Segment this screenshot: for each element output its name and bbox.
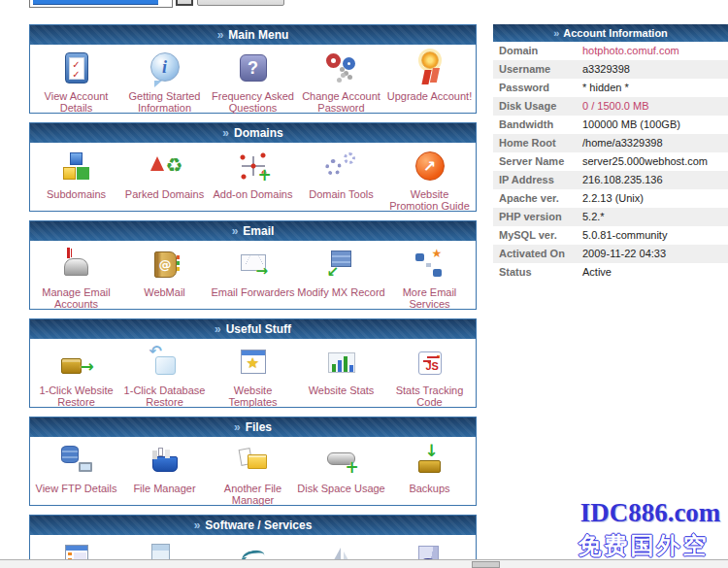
selected-text-highlight (33, 0, 158, 5)
info-bubble-icon (146, 50, 184, 88)
menu-item-webmail[interactable]: WebMail (120, 246, 209, 303)
row-value: 2.2.13 (Unix) (582, 189, 728, 208)
row-value: 5.2.* (582, 208, 728, 226)
menu-item-website-stats[interactable]: Website Stats (297, 344, 385, 401)
section-header: »Main Menu (30, 25, 476, 45)
menu-item-disk-space-usage[interactable]: Disk Space Usage (297, 442, 385, 499)
menu-item-upgrade-account[interactable]: Upgrade Account! (385, 50, 474, 107)
menu-item-website-restore[interactable]: 1-Click Website Restore (32, 344, 120, 401)
menu-item-website-templates[interactable]: Website Templates (209, 344, 297, 401)
row-value: server25.000webhost.com (582, 152, 728, 171)
menu-item-label: WebMail (120, 286, 209, 298)
account-information-panel: »Account Information Domainhotphoto.comu… (493, 24, 728, 282)
row-value: /home/a3329398 (582, 134, 728, 152)
section-email: »Email Manage Email Accounts WebMail Ema… (29, 220, 477, 310)
account-row: Activated On2009-11-22 04:33 (493, 245, 728, 263)
menu-item-label: Modify MX Record (297, 286, 385, 298)
menu-item-label: Manage Email Accounts (32, 286, 120, 310)
menu-item-label: Disk Space Usage (297, 483, 385, 494)
create-new-button[interactable]: Create New (197, 0, 284, 6)
award-ribbon-icon (411, 50, 449, 88)
menu-item-addon-domains[interactable]: Add-on Domains (209, 148, 297, 205)
section-title: Software / Services (205, 518, 312, 532)
menu-item-domain-tools[interactable]: Domain Tools (297, 148, 385, 205)
section-title: Main Menu (228, 28, 288, 42)
chevrons-marker: » (232, 224, 239, 238)
promotion-arrow-icon (411, 148, 449, 186)
cube-restore-icon (146, 344, 184, 383)
section-title: Files (246, 420, 272, 434)
network-plus-icon (234, 148, 273, 186)
menu-item-label: Website Stats (297, 384, 385, 396)
menu-column: »Main Menu View Account Details Getting … (29, 24, 477, 568)
row-label: IP Address (493, 171, 582, 189)
menu-item-label: Domain Tools (297, 188, 385, 200)
menu-item-stats-tracking-code[interactable]: Stats Tracking Code (385, 344, 474, 401)
backup-box-icon (411, 442, 449, 481)
row-value: 5.0.81-community (582, 226, 728, 245)
folder-page-icon (234, 442, 273, 481)
row-value: Active (582, 263, 728, 282)
menu-item-another-file-manager[interactable]: Another File Manager (209, 442, 297, 499)
menu-item-label: 1-Click Database Restore (120, 384, 209, 408)
menu-item-view-account-details[interactable]: View Account Details (32, 50, 120, 107)
go-button[interactable]: Go (176, 0, 193, 6)
menu-item-manage-email[interactable]: Manage Email Accounts (32, 246, 120, 303)
section-header: »Software / Services (30, 516, 476, 535)
menu-item-label: View FTP Details (32, 483, 120, 494)
hard-drive-plus-icon (322, 442, 361, 481)
address-book-icon (146, 246, 184, 284)
chevrons-marker: » (234, 420, 241, 434)
menu-item-label: File Manager (120, 483, 209, 494)
section-title: Useful Stuff (226, 322, 291, 336)
nodes-diagram-icon (411, 246, 449, 284)
recycle-arrows-icon (146, 148, 184, 186)
account-row: Server Nameserver25.000webhost.com (493, 152, 728, 171)
menu-item-label: Subdomains (32, 188, 120, 200)
menu-item-getting-started[interactable]: Getting Started Information (120, 50, 209, 107)
envelope-forward-icon (234, 246, 273, 284)
ftp-server-icon (57, 442, 96, 481)
row-label: Activated On (493, 245, 582, 263)
cubes-icon (57, 148, 96, 186)
menu-item-label: Add-on Domains (209, 188, 297, 200)
account-row: Disk Usage0 / 1500.0 MB (493, 97, 728, 116)
menu-item-more-email-services[interactable]: More Email Services (385, 246, 474, 303)
menu-item-view-ftp-details[interactable]: View FTP Details (32, 442, 120, 499)
account-row: Usernamea3329398 (493, 60, 728, 79)
menu-item-faq[interactable]: Frequency Asked Questions (209, 50, 297, 107)
js-badge-icon (411, 344, 449, 383)
menu-item-label: Stats Tracking Code (385, 384, 474, 408)
section-header: »Domains (30, 123, 476, 143)
section-files: »Files View FTP Details File Manager Ano… (29, 417, 477, 506)
menu-item-label: Change Account Password (297, 90, 385, 114)
account-row: Password* hidden * (493, 79, 728, 97)
domain-input[interactable] (29, 0, 173, 8)
domain-link[interactable]: hotphoto.comuf.com (582, 42, 728, 60)
row-label: Bandwidth (493, 116, 582, 134)
scrollbar-thumb[interactable] (472, 561, 500, 568)
row-label: Apache ver. (493, 189, 582, 208)
account-row: Domainhotphoto.comuf.com (493, 42, 728, 60)
section-header: »Files (30, 418, 476, 437)
section-body: 1-Click Website Restore 1-Click Database… (30, 339, 476, 407)
menu-item-modify-mx[interactable]: Modify MX Record (297, 246, 385, 303)
menu-item-email-forwarders[interactable]: Email Forwarders (209, 246, 297, 303)
horizontal-scrollbar[interactable] (0, 559, 728, 568)
menu-item-parked-domains[interactable]: Parked Domains (120, 148, 209, 205)
menu-item-label: Email Forwarders (209, 286, 297, 298)
menu-item-subdomains[interactable]: Subdomains (32, 148, 120, 205)
row-label: Status (493, 263, 582, 282)
section-body: Subdomains Parked Domains Add-on Domains… (30, 143, 476, 211)
menu-item-file-manager[interactable]: File Manager (120, 442, 209, 499)
row-value: a3329398 (582, 60, 728, 79)
menu-item-backups[interactable]: Backups (385, 442, 474, 499)
gears-icon (322, 148, 361, 186)
drawer-icon (146, 442, 184, 481)
menu-item-change-password[interactable]: Change Account Password (297, 50, 385, 107)
row-label: Username (493, 60, 582, 79)
menu-item-website-promotion[interactable]: Website Promotion Guide (385, 148, 474, 205)
chevrons-marker: » (222, 126, 229, 140)
menu-item-database-restore[interactable]: 1-Click Database Restore (120, 344, 209, 401)
section-title: Domains (234, 126, 283, 140)
